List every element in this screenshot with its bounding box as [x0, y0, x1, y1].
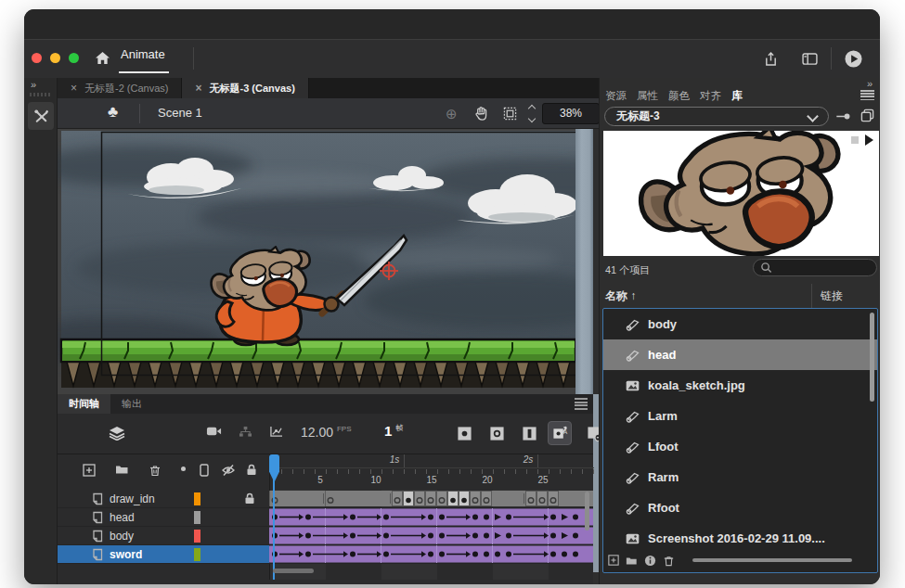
delete-layer-icon[interactable]: [149, 464, 162, 477]
library-item[interactable]: Lfoot: [603, 431, 877, 462]
layer-name: head: [110, 511, 135, 524]
library-scrollbar[interactable]: [870, 313, 874, 402]
timeline-layer-head[interactable]: head: [58, 508, 269, 527]
library-item[interactable]: head: [603, 339, 877, 370]
timeline-tab[interactable]: 输出: [110, 394, 153, 414]
layer-frames-track[interactable]: [269, 490, 593, 508]
highlight-column-icon[interactable]: [181, 467, 186, 471]
insert-blank-keyframe-button[interactable]: [485, 421, 509, 445]
insert-keyframe-button[interactable]: [452, 421, 476, 445]
document-tab[interactable]: ×无标题-3 (Canvas): [182, 78, 308, 98]
document-tab[interactable]: ×无标题-2 (Canvas): [58, 78, 182, 98]
new-folder-icon[interactable]: [626, 556, 638, 566]
library-menu-icon[interactable]: [860, 90, 874, 100]
hand-tool-icon[interactable]: [473, 106, 489, 121]
new-library-panel-icon[interactable]: [860, 109, 874, 122]
panel-menu-icon[interactable]: [575, 398, 588, 409]
search-input[interactable]: [776, 262, 869, 274]
camera-icon[interactable]: [206, 426, 222, 437]
panel-expand-icon[interactable]: »: [867, 78, 873, 89]
center-stage-crosshair-icon[interactable]: ⊕: [446, 106, 458, 122]
scene-breadcrumb[interactable]: Scene 1: [158, 106, 202, 120]
layer-color-swatch[interactable]: [194, 511, 200, 524]
timeline-tab[interactable]: 时间轴: [58, 394, 110, 414]
zoom-stepper[interactable]: [526, 103, 537, 124]
layer-lock-icon[interactable]: [244, 492, 255, 505]
close-window-button[interactable]: [32, 53, 42, 63]
maximize-window-button[interactable]: [69, 53, 79, 63]
lock-all-layers-icon[interactable]: [246, 464, 257, 476]
library-document-select[interactable]: 无标题-3: [604, 107, 829, 126]
home-icon[interactable]: [95, 51, 110, 65]
stage-artwork: [58, 129, 575, 394]
layer-frames-track[interactable]: [269, 508, 593, 527]
timeline-vertical-scrollbar[interactable]: [585, 492, 589, 530]
expand-tools-icon[interactable]: »: [31, 79, 35, 90]
linkage-column-header[interactable]: 链接: [821, 288, 843, 304]
layer-color-swatch[interactable]: [194, 548, 200, 561]
pin-library-icon[interactable]: [835, 112, 851, 121]
parenting-hierarchy-icon[interactable]: [239, 426, 252, 438]
workspace-icon[interactable]: [802, 53, 818, 65]
graph-editor-icon[interactable]: [269, 426, 283, 438]
edit-symbols-icon[interactable]: ♣: [108, 103, 118, 121]
library-item[interactable]: body: [603, 309, 877, 339]
layer-color-swatch[interactable]: [194, 530, 200, 543]
layer-frames-track[interactable]: [269, 545, 593, 564]
bitmap-icon: [626, 533, 640, 544]
layer-frames-track[interactable]: [269, 527, 593, 545]
page-background: Animate ×无标题-2 (Canvas)×无标题-3 (Canvas) »: [0, 0, 905, 588]
panel-tab-2[interactable]: 颜色: [668, 89, 690, 103]
timeline-ruler[interactable]: 1s2s 510152025: [269, 454, 593, 490]
layer-page-icon: [91, 530, 104, 543]
library-item[interactable]: koala_sketch.jpg: [603, 370, 877, 401]
library-item[interactable]: Rfoot: [603, 492, 877, 523]
delete-item-icon[interactable]: [663, 555, 675, 567]
zoom-level-field[interactable]: 38%: [542, 103, 600, 124]
layer-page-icon: [91, 492, 104, 505]
new-folder-icon[interactable]: [115, 464, 129, 475]
outline-column-icon[interactable]: [200, 464, 209, 477]
panel-tab-0[interactable]: 资源: [605, 89, 627, 103]
timeline-layer-body[interactable]: body: [58, 527, 269, 545]
auto-keyframe-button[interactable]: A: [548, 421, 572, 445]
fps-value[interactable]: 12.00 FPS: [301, 425, 352, 440]
hide-all-layers-icon[interactable]: [221, 464, 236, 477]
canvas-scrollbar[interactable]: [575, 129, 593, 394]
tab-animate-home[interactable]: Animate: [121, 47, 165, 61]
new-symbol-icon[interactable]: [608, 555, 619, 566]
layer-name: sword: [110, 548, 142, 561]
timeline-toolbar: 12.00 FPS 1 帧 A: [58, 414, 593, 454]
close-tab-icon[interactable]: ×: [195, 82, 201, 95]
current-frame-value[interactable]: 1 帧: [384, 423, 404, 439]
clip-content-icon[interactable]: [503, 107, 517, 121]
stop-preview-icon[interactable]: [851, 136, 859, 144]
library-search-box[interactable]: [753, 259, 877, 276]
close-tab-icon[interactable]: ×: [71, 82, 77, 95]
timeline-layer-draw_idn[interactable]: draw_idn: [58, 490, 269, 508]
library-item[interactable]: Rarm: [603, 462, 877, 492]
panel-tab-library[interactable]: 库: [731, 89, 743, 103]
column-divider[interactable]: [811, 284, 812, 308]
timeline-layer-sword[interactable]: sword: [58, 545, 269, 564]
tools-icon[interactable]: [28, 102, 54, 130]
library-item[interactable]: Larm: [603, 401, 877, 431]
library-horizontal-scrollbar[interactable]: [692, 558, 852, 562]
app-tab-label: Animate: [121, 47, 165, 61]
insert-frame-button[interactable]: [517, 421, 541, 445]
share-icon[interactable]: [764, 51, 778, 67]
layer-stack-icon[interactable]: [109, 426, 125, 441]
active-tab-underline: [119, 71, 169, 73]
timeline-horizontal-scrollbar[interactable]: [273, 569, 314, 573]
test-movie-play-button[interactable]: [845, 50, 862, 68]
panel-tab-3[interactable]: 对齐: [700, 89, 721, 103]
name-column-header[interactable]: 名称 ↑: [605, 288, 636, 304]
play-preview-icon[interactable]: [865, 134, 873, 146]
panel-tab-1[interactable]: 属性: [637, 89, 658, 103]
minimize-window-button[interactable]: [50, 53, 60, 63]
new-layer-icon[interactable]: [83, 464, 96, 477]
library-item-preview: [603, 131, 879, 256]
stage-canvas[interactable]: [58, 129, 575, 394]
layer-color-swatch[interactable]: [194, 492, 200, 505]
item-properties-icon[interactable]: [644, 555, 656, 567]
